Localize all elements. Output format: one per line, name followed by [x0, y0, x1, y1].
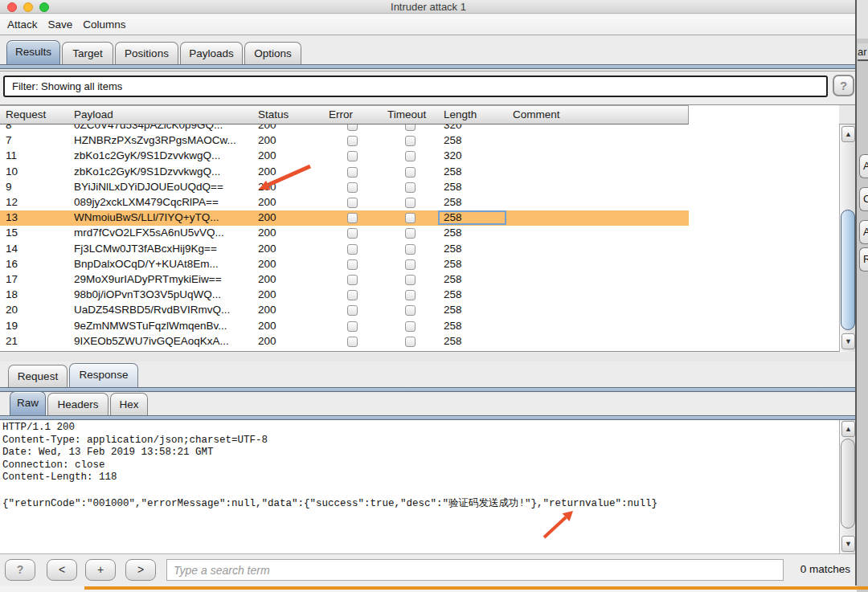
search-prev-button[interactable]: < [47, 559, 77, 581]
table-row[interactable]: 10zbKo1c2GyK/9S1DzvvkwgQ...200258 [0, 165, 689, 180]
response-scrollbar[interactable]: ▲ ▼ [839, 420, 856, 553]
table-scrollbar-thumb[interactable] [841, 210, 855, 330]
table-row[interactable]: 199eZmNMWSTuFqzlWmqenBv...200258 [0, 319, 689, 334]
filter-help-button[interactable]: ? [833, 75, 854, 96]
error-checkbox[interactable] [347, 151, 358, 161]
error-checkbox[interactable] [347, 244, 358, 255]
table-row[interactable]: 15mrd7fCvO2LFX5sA6nU5vVQ...200258 [0, 226, 689, 241]
timeout-checkbox[interactable] [405, 337, 416, 347]
error-checkbox[interactable] [347, 290, 358, 300]
menu-save[interactable]: Save [48, 18, 73, 31]
tab-raw[interactable]: Raw [10, 391, 46, 415]
column-header-length[interactable]: Length [438, 105, 508, 125]
column-header-error[interactable]: Error [323, 105, 383, 125]
tab-payloads[interactable]: Payloads [180, 42, 243, 64]
tab-results[interactable]: Results [6, 40, 60, 64]
table-row[interactable]: 20UaDZ54SRBD5/RvdBVIRmvQ...200258 [0, 303, 689, 318]
cell-payload: HZNBRzPXsZvg3RPgsMAOCw... [74, 133, 249, 149]
timeout-checkbox[interactable] [405, 244, 416, 255]
timeout-checkbox[interactable] [405, 182, 416, 193]
column-header-status[interactable]: Status [252, 105, 324, 125]
error-checkbox[interactable] [347, 337, 358, 347]
cell-length: 258 [444, 242, 506, 257]
timeout-checkbox[interactable] [405, 198, 416, 208]
timeout-checkbox[interactable] [405, 275, 416, 285]
error-checkbox[interactable] [347, 321, 358, 332]
timeout-checkbox[interactable] [405, 228, 416, 239]
table-row[interactable]: 80ZC0V47d534pAZicK0p9GQ...200320 [0, 125, 689, 133]
background-partial-button[interactable]: R [859, 247, 868, 272]
titlebar: Intruder attack 1 [0, 0, 857, 14]
tab-positions[interactable]: Positions [115, 42, 178, 64]
column-header-payload[interactable]: Payload [68, 105, 253, 125]
error-checkbox[interactable] [347, 213, 358, 223]
tab-response[interactable]: Response [69, 363, 138, 387]
table-row[interactable]: 14Fj3LCMw0JT3fABcxHij9Kg==200258 [0, 242, 689, 257]
background-partial-button[interactable]: A [859, 154, 868, 178]
search-help-button[interactable]: ? [5, 559, 35, 581]
scroll-down-icon[interactable]: ▼ [841, 536, 855, 552]
tab-request[interactable]: Request [8, 365, 68, 387]
split-divider[interactable] [0, 353, 857, 361]
cell-length: 258 [444, 272, 506, 288]
timeout-checkbox[interactable] [405, 136, 416, 146]
column-header-comment[interactable]: Comment [507, 105, 689, 125]
menu-attack[interactable]: Attack [7, 18, 38, 31]
table-row[interactable]: 1729MoX9urIADyPRTmykiEiw==200258 [0, 272, 689, 288]
response-scrollbar-thumb[interactable] [841, 439, 855, 529]
table-row[interactable]: 9BYiJiNlLxDYiDJOUEoUQdQ==200258 [0, 180, 689, 195]
background-partial-button[interactable]: C [859, 187, 868, 211]
column-header-timeout[interactable]: Timeout [382, 105, 439, 125]
table-row[interactable]: 11zbKo1c2GyK/9S1DzvvkwgQ...200320 [0, 149, 689, 164]
search-next-button[interactable]: > [125, 559, 156, 581]
cell-payload: UaDZ54SRBD5/RvdBVIRmvQ... [74, 303, 249, 318]
timeout-checkbox[interactable] [405, 151, 416, 161]
timeout-checkbox[interactable] [405, 167, 416, 178]
cell-payload: 089jy2xckLXM479CqcRlPA== [74, 195, 249, 210]
cell-request: 8 [6, 125, 66, 133]
table-row[interactable]: 16BnpDalxOCqD/Y+KUAt8Em...200258 [0, 257, 689, 272]
error-checkbox[interactable] [347, 136, 358, 146]
response-line: Content-Type: application/json;charset=U… [2, 435, 268, 446]
tab-options[interactable]: Options [244, 42, 301, 64]
cell-status: 200 [258, 133, 322, 149]
cell-request: 14 [6, 242, 66, 257]
table-row[interactable]: 12089jy2xckLXM479CqcRlPA==200258 [0, 195, 689, 210]
timeout-checkbox[interactable] [405, 213, 416, 223]
error-checkbox[interactable] [347, 275, 358, 285]
timeout-checkbox[interactable] [405, 259, 416, 270]
error-checkbox[interactable] [347, 259, 358, 270]
scroll-up-icon[interactable]: ▲ [841, 126, 855, 142]
cell-request: 17 [6, 272, 66, 288]
table-row[interactable]: 1898b0j/iOPvnT3O3V5pUqWQ...200258 [0, 288, 689, 303]
timeout-checkbox[interactable] [405, 125, 416, 131]
table-row[interactable]: 13WNmoiuBwS/LLl/7IYQ+yTQ...200258 [0, 210, 689, 226]
table-scrollbar[interactable]: ▲ ▼ [839, 125, 856, 352]
cell-length: 258 [444, 257, 506, 272]
error-checkbox[interactable] [347, 305, 358, 316]
error-checkbox[interactable] [347, 167, 358, 178]
scroll-up-icon[interactable]: ▲ [841, 421, 855, 437]
search-input[interactable] [166, 559, 784, 581]
search-add-button[interactable]: + [85, 559, 116, 581]
timeout-checkbox[interactable] [405, 290, 416, 300]
filter-box[interactable]: Filter: Showing all items [3, 76, 828, 97]
error-checkbox[interactable] [347, 228, 358, 239]
error-checkbox[interactable] [347, 198, 358, 208]
response-line: Connection: close [2, 459, 105, 471]
menu-columns[interactable]: Columns [83, 18, 125, 31]
background-partial-button[interactable]: A [859, 220, 868, 244]
timeout-checkbox[interactable] [405, 321, 416, 332]
error-checkbox[interactable] [347, 125, 358, 131]
table-row[interactable]: 219IXEOb5ZWU7ivGQEAoqKxA...200258 [0, 334, 689, 349]
response-viewer[interactable]: HTTP/1.1 200Content-Type: application/js… [0, 420, 839, 553]
table-row[interactable]: 7HZNBRzPXsZvg3RPgsMAOCw...200258 [0, 133, 689, 149]
intruder-window: Intruder attack 1 AttackSaveColumns Resu… [0, 0, 857, 586]
tab-target[interactable]: Target [62, 42, 113, 64]
error-checkbox[interactable] [347, 182, 358, 193]
tab-hex[interactable]: Hex [110, 393, 148, 415]
tab-headers[interactable]: Headers [47, 393, 108, 415]
timeout-checkbox[interactable] [405, 305, 416, 316]
scroll-down-icon[interactable]: ▼ [841, 333, 855, 349]
column-header-request[interactable]: Request [0, 105, 69, 125]
